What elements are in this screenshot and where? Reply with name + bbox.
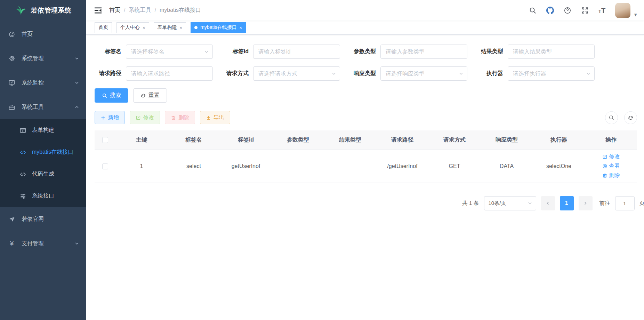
sidebar-item-system-tools[interactable]: 系统工具 [0, 95, 86, 119]
row-delete-label: 删除 [609, 172, 620, 179]
pagination: 共 1 条 1 前往 页 [95, 196, 644, 210]
sidebar-item-home[interactable]: 首页 [0, 22, 86, 46]
filter-field-request-path: 请求路径 [95, 66, 213, 81]
prev-page-button[interactable] [541, 196, 555, 210]
fullscreen-icon[interactable] [581, 7, 589, 14]
filter-field-tag-id: 标签id [222, 45, 340, 59]
code-icon [19, 149, 26, 156]
sidebar-item-label: 系统接口 [32, 192, 79, 200]
tag-home[interactable]: 首页 [95, 22, 112, 33]
request-method-select[interactable] [253, 66, 340, 81]
table-row[interactable]: 1 select getUserInof /getUserInof GET DA… [95, 150, 637, 183]
code-icon [19, 171, 26, 178]
sidebar-item-payment-manage[interactable]: ¥ 支付管理 [0, 231, 86, 256]
cell-response-type: DATA [481, 150, 533, 183]
main-area: 首页 / 系统工具 / mybatis在线接口 [86, 0, 644, 320]
sidebar-item-code-gen[interactable]: 代码生成 [0, 163, 86, 185]
user-menu[interactable]: ▼ [615, 3, 638, 18]
param-type-input[interactable] [380, 45, 467, 59]
close-icon[interactable]: × [180, 25, 183, 30]
delete-button-disabled[interactable]: 删除 [165, 111, 195, 124]
cell-primary-key: 1 [115, 150, 168, 183]
breadcrumb-home[interactable]: 首页 [109, 7, 120, 14]
filter-field-executor: 执行器 [476, 66, 595, 81]
tag-label: 个人中心 [120, 24, 140, 31]
page-size-value[interactable] [484, 196, 536, 210]
sidebar: 若依管理系统 首页 系统管理 [0, 0, 86, 320]
next-page-button[interactable] [579, 196, 593, 210]
sliders-icon [19, 193, 26, 200]
page-size-select[interactable] [484, 196, 536, 210]
reset-button-label: 重置 [148, 92, 160, 99]
tag-form-build[interactable]: 表单构建 × [154, 22, 186, 33]
tag-id-input[interactable] [253, 45, 340, 59]
search-icon [609, 115, 614, 121]
goto-page-input[interactable] [615, 196, 635, 210]
refresh-table-button[interactable] [624, 111, 637, 124]
refresh-icon [140, 93, 146, 98]
toggle-search-button[interactable] [605, 111, 618, 124]
executor-select[interactable] [508, 66, 595, 81]
user-avatar[interactable] [615, 3, 630, 18]
result-type-input[interactable] [508, 45, 595, 59]
search-icon [102, 93, 107, 98]
column-header: 请求方式 [428, 130, 481, 150]
toolbar-utility-buttons [605, 111, 637, 124]
filter-form: 标签名 标签id 参数类型 [95, 45, 637, 88]
sidebar-item-mybatis-api[interactable]: mybatis在线接口 [0, 141, 86, 163]
font-size-icon[interactable]: TT [598, 7, 605, 14]
sidebar-toggle-icon[interactable] [94, 6, 102, 15]
tag-name-select[interactable] [126, 45, 213, 59]
page-number-current[interactable]: 1 [560, 196, 574, 210]
row-checkbox[interactable] [102, 163, 108, 169]
sidebar-menu: 首页 系统管理 系统监控 [0, 21, 86, 256]
sidebar-item-system-api[interactable]: 系统接口 [0, 185, 86, 207]
sidebar-item-system-manage[interactable]: 系统管理 [0, 46, 86, 71]
chevron-up-icon [74, 105, 79, 110]
cell-request-path: /getUserInof [376, 150, 428, 183]
search-button-label: 搜索 [110, 92, 121, 99]
refresh-icon [628, 115, 634, 121]
sidebar-item-form-build[interactable]: 表单构建 [0, 119, 86, 141]
search-icon[interactable] [529, 7, 537, 14]
field-label: 结果类型 [476, 48, 508, 55]
export-button-label: 导出 [214, 114, 224, 121]
request-path-input[interactable] [126, 66, 213, 81]
column-header: 主键 [115, 130, 168, 150]
sidebar-item-label: 若依官网 [22, 216, 79, 223]
tag-profile[interactable]: 个人中心 × [116, 22, 149, 33]
reset-button[interactable]: 重置 [133, 88, 167, 103]
cell-param-type [272, 150, 324, 183]
sidebar-item-label: 代码生成 [32, 170, 79, 178]
close-icon[interactable]: × [239, 25, 242, 30]
filter-field-tag-name: 标签名 [95, 45, 213, 59]
cell-operations: 修改 查看 删除 [585, 150, 637, 183]
row-edit-link[interactable]: 修改 [602, 153, 620, 160]
search-button[interactable]: 搜索 [95, 88, 128, 103]
close-icon[interactable]: × [143, 25, 145, 30]
response-type-select[interactable] [380, 66, 467, 81]
tag-mybatis-api-active[interactable]: mybatis在线接口 × [191, 22, 246, 33]
pagination-total: 共 1 条 [462, 200, 479, 207]
sidebar-item-system-monitor[interactable]: 系统监控 [0, 71, 86, 95]
select-all-checkbox[interactable] [102, 137, 108, 143]
ruoyi-leaf-logo-icon [15, 5, 27, 16]
github-icon[interactable] [546, 7, 554, 14]
row-delete-link[interactable]: 删除 [602, 172, 620, 179]
field-label: 请求路径 [95, 70, 126, 77]
add-button-label: 新增 [108, 114, 119, 121]
chevron-down-icon [74, 241, 79, 246]
export-button[interactable]: 导出 [200, 111, 230, 124]
dashboard-icon [8, 31, 15, 38]
filter-field-param-type: 参数类型 [349, 45, 467, 59]
app-logo[interactable]: 若依管理系统 [0, 0, 86, 21]
paper-plane-icon [8, 216, 15, 223]
add-button[interactable]: 新增 [95, 111, 125, 124]
chevron-left-icon [546, 201, 550, 206]
help-icon[interactable] [564, 7, 571, 14]
column-header: 结果类型 [324, 130, 376, 150]
sidebar-item-ruoyi-site[interactable]: 若依官网 [0, 207, 86, 231]
edit-button-disabled[interactable]: 修改 [130, 111, 160, 124]
row-view-link[interactable]: 查看 [602, 162, 620, 170]
filter-field-result-type: 结果类型 [476, 45, 595, 59]
